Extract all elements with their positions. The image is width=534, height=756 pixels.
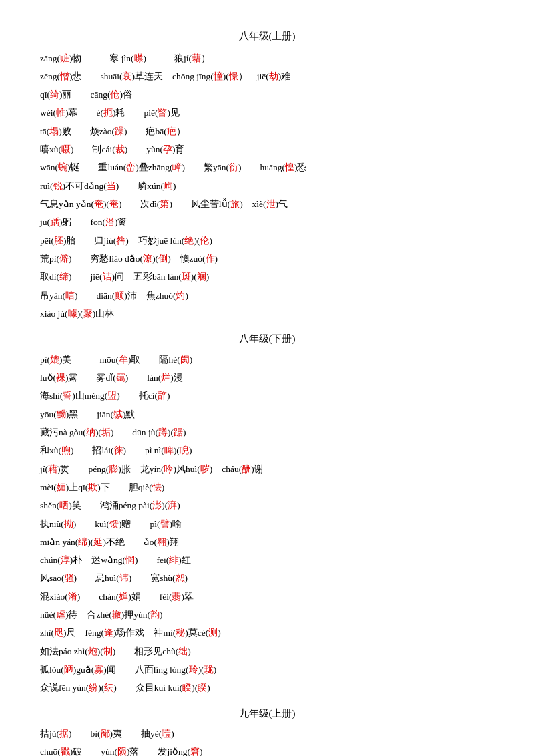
text-line: tā(塌)败 烦zào(躁) 疤bā(疤） xyxy=(40,123,494,140)
text-line: ruì(锐)不可dǎng(当) 嶙xún(峋) xyxy=(40,178,494,195)
text-line: 藏污nà gòu(纳)(垢) dūn jù(蹲)(踞) xyxy=(40,424,494,441)
text-line: qī(绮)丽 cāng(伧)俗 xyxy=(40,86,494,104)
text-line: 和xù(煦) 招lái(徕) pì nì(睥)(睨) xyxy=(40,442,494,459)
text-line: 混xiáo(淆) chán(婵)娟 fèi(翡)翠 xyxy=(40,588,494,606)
text-line: wéi(帷)幕 è(扼)耗 piē(瞥)见 xyxy=(40,104,494,122)
title-grade9: 九年级(上册) xyxy=(40,704,494,723)
text-line: wān(蜿)蜒 重luán(峦)叠zhāng(嶂) 繁yān(衍) huāng(… xyxy=(40,159,494,176)
text-line: mèi(媚)上qī(欺)下 胆qiè(怯) xyxy=(40,479,494,496)
text-line: chuō(戳)破 yùn(陨)落 发jiǒng(窘) xyxy=(40,743,494,756)
text-line: 取dì(缔) jiē(诘)问 五彩bān lán(斑)(斓) xyxy=(40,268,494,286)
content-upper: zāng(赃)物 寒 jìn(噤) 狼jí(藉）zēng(憎)悲 shuāi(衰… xyxy=(40,50,494,323)
text-line: 气息yǎn yǎn(奄)(奄) 次dì(第) 风尘苦lǚ(旅) xìè(泄)气 xyxy=(40,196,494,213)
text-line: 众说fēn yún(纷)(纭) 众目kuí kuí(睽)(睽) xyxy=(40,679,494,697)
text-line: zāng(赃)物 寒 jìn(噤) 狼jí(藉） xyxy=(40,50,494,67)
text-line: 吊yàn(唁) diān(颠)沛 焦zhuó(灼) xyxy=(40,287,494,305)
text-line: 如法páo zhì(炮)(制) 相形见chù(绌) xyxy=(40,643,494,660)
text-line: jí(藉)贯 péng(膨)胀 龙yín(吟)风huì(哕) cháu(酬)谢 xyxy=(40,461,494,478)
text-line: pēi(胚)胎 归jiù(咎) 巧妙juē lún(绝)(伦) xyxy=(40,232,494,250)
text-line: yōu(黝)黑 jiān(缄)默 xyxy=(40,406,494,423)
text-line: nüè(虐)待 合zhé(辙)押yùn(韵) xyxy=(40,606,494,624)
title-lower: 八年级(下册) xyxy=(40,329,494,349)
content-lower: pì(媲)美 mōu(牟)取 隔hé(阂)luǒ(裸)露 雾dǐ(霭) làn(… xyxy=(40,351,494,697)
text-line: miǎn yán(绵)(延)不绝 ǎo(翱)翔 xyxy=(40,534,494,551)
text-line: luǒ(裸)露 雾dǐ(霭) làn(烂)漫 xyxy=(40,369,494,387)
text-line: 荒pì(僻) 穷愁liáo dǎo(潦)(倒) 懊zuò(作) xyxy=(40,250,494,268)
text-line: shěn(哂)笑 鸿涌péng pài(澎)(湃) xyxy=(40,497,494,514)
content-grade9: 拮jù(据) bì(鄙)夷 抽yè(噎)chuō(戳)破 yùn(陨)落 发ji… xyxy=(40,725,494,756)
text-line: zhì(咫)尺 féng(逢)场作戏 神mì(秘)莫cè(测) xyxy=(40,624,494,642)
text-line: chún(淳)朴 迷wǎng(惘) fēi(绯)红 xyxy=(40,552,494,569)
text-line: pì(媲)美 mōu(牟)取 隔hé(阂) xyxy=(40,351,494,369)
title-upper: 八年级(上册) xyxy=(40,27,494,46)
text-line: 海shì(誓)山méng(盟) 托cí(辞) xyxy=(40,387,494,405)
text-line: xiào jù(噱)(聚)山林 xyxy=(40,305,494,323)
main-content: 八年级(上册) zāng(赃)物 寒 jìn(噤) 狼jí(藉）zēng(憎)悲… xyxy=(40,27,494,756)
text-line: 风sāo(骚) 忌huì(讳) 宽shù(恕) xyxy=(40,570,494,587)
text-line: 执niù(拗) kuì(馈)赠 pì(譬)喻 xyxy=(40,516,494,533)
text-line: zēng(憎)悲 shuāi(衰)草连天 chōng jīng(憧)(憬） ji… xyxy=(40,68,494,85)
text-line: 拮jù(据) bì(鄙)夷 抽yè(噎) xyxy=(40,725,494,743)
text-line: jū(踽)躬 fōn(潘)篱 xyxy=(40,214,494,231)
text-line: 嘻xù(嗫) 制cái(裁) yùn(孕)育 xyxy=(40,141,494,158)
text-line: 孤lòu(陋)guǎ(寡)闻 八面líng lóng(玲)(珑) xyxy=(40,661,494,679)
